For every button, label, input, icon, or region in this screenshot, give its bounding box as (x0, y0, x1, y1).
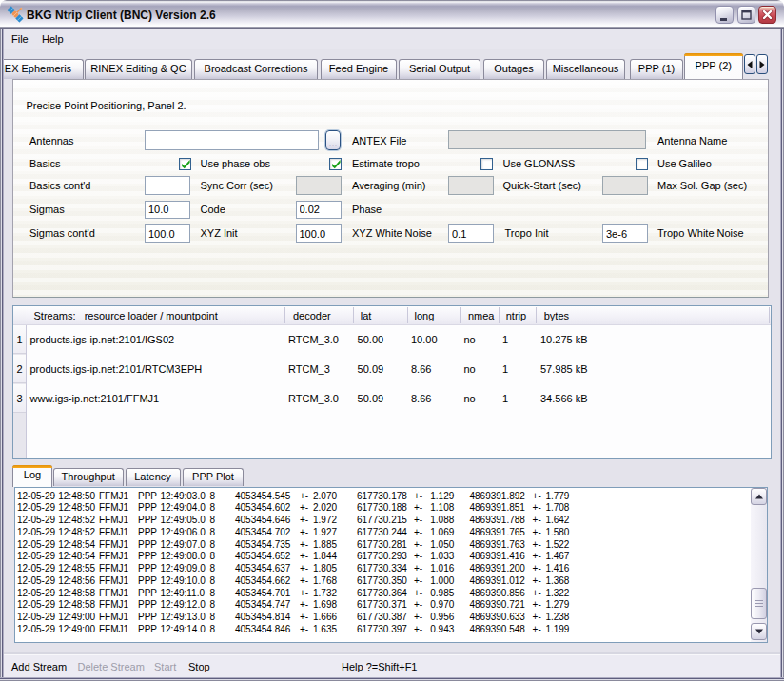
log-token: 4869390.548 (470, 623, 525, 635)
log-token: FFMJ1 (99, 538, 128, 551)
stream-cell: no (464, 334, 476, 346)
log-token: 8 (210, 538, 216, 551)
tab-ppp-plot[interactable]: PPP Plot (183, 468, 244, 486)
menu-file[interactable]: File (11, 32, 29, 47)
sigma-phase-input[interactable] (296, 201, 342, 220)
log-token: +- (414, 562, 422, 574)
log-token: 1.642 (545, 514, 569, 526)
column-header[interactable]: nmea (468, 310, 495, 322)
menu-bar: File Help (4, 29, 780, 49)
antennas-browse-button[interactable]: ... (325, 130, 341, 150)
tab-broadcast-corrections[interactable]: Broadcast Corrections (194, 59, 318, 79)
antennas-input[interactable] (145, 130, 319, 150)
tropo-white-noise-label: Tropo White Noise (657, 227, 744, 240)
tab-miscellaneous[interactable]: Miscellaneous (546, 59, 625, 79)
xyz-white-noise-input[interactable] (296, 224, 342, 243)
log-token: 2.070 (313, 490, 337, 502)
stream-row[interactable]: products.igs-ip.net:2101/IGS02RTCM_3.050… (13, 325, 771, 355)
log-token: 8 (210, 611, 216, 623)
column-header[interactable]: long (415, 310, 435, 322)
streams-table-header[interactable]: Streams: resource loader / mountpointdec… (13, 306, 771, 325)
tab-rinex-editing-qc[interactable]: RINEX Editing & QC (85, 59, 192, 79)
minimize-button[interactable] (715, 6, 734, 24)
log-token: 12-05-29 (17, 490, 55, 502)
tab-latency[interactable]: Latency (126, 468, 181, 486)
log-token: 12-05-29 (17, 550, 55, 562)
sync-corr-input[interactable] (145, 176, 190, 195)
sigma-code-input[interactable] (145, 201, 190, 220)
help-shift-f1-button[interactable]: Help ?=Shift+F1 (342, 661, 418, 673)
log-token: +- (300, 562, 308, 574)
column-separator (769, 307, 770, 323)
log-token: 4869390.633 (470, 611, 525, 623)
column-header[interactable]: Streams: resource loader / mountpoint (34, 310, 218, 322)
log-token: 12-05-29 (17, 538, 55, 551)
log-line: 12-05-2912:48:54FFMJ1PPP12:49:07.0840534… (15, 538, 767, 551)
use-glonass-checkbox[interactable] (480, 158, 493, 170)
log-token: +- (414, 501, 422, 514)
log-token: 12:49:07.0 (161, 538, 206, 551)
max-sol-gap-input[interactable] (602, 176, 648, 195)
stream-cell: 34.566 kB (540, 393, 588, 405)
close-button[interactable] (758, 6, 776, 24)
log-output[interactable]: 12-05-2912:48:50FFMJ1PPP12:49:03.0840534… (14, 487, 768, 643)
tab-outages[interactable]: Outages (483, 59, 544, 79)
maximize-button[interactable] (737, 6, 755, 24)
use-phase-obs-checkbox[interactable] (179, 158, 191, 170)
xyz-init-input[interactable] (145, 224, 190, 243)
tropo-white-noise-input[interactable] (602, 224, 648, 243)
log-token: FFMJ1 (99, 514, 128, 526)
log-token: 8 (210, 501, 216, 514)
log-token: +- (533, 550, 541, 562)
log-token: PPP (138, 490, 157, 502)
tab-ppp-1[interactable]: PPP (1) (630, 59, 683, 79)
log-token: PPP (138, 501, 157, 514)
log-token: 617730.334 (357, 562, 407, 574)
column-header[interactable]: decoder (293, 310, 331, 322)
tab-ppp-2[interactable]: PPP (2) (684, 53, 744, 79)
tab-throughput[interactable]: Throughput (53, 468, 124, 486)
column-header[interactable]: lat (361, 310, 372, 322)
column-header[interactable]: ntrip (506, 310, 526, 322)
stream-cell: 50.09 (358, 393, 384, 405)
stop-button[interactable]: Stop (188, 661, 210, 673)
stream-cell: 50.00 (358, 334, 384, 346)
tropo-init-input[interactable] (448, 224, 494, 243)
sigmas-contd-label: Sigmas cont'd (29, 227, 95, 240)
stream-cell: 57.985 kB (540, 363, 588, 376)
log-token: +- (414, 574, 422, 587)
tab-rinex-ephemeris[interactable]: RINEX Ephemeris (4, 59, 84, 79)
tab-scroll-right-button[interactable] (756, 54, 768, 74)
use-glonass-label: Use GLONASS (503, 158, 576, 170)
log-token: 12-05-29 (17, 501, 55, 514)
check-icon (330, 158, 343, 170)
stream-row[interactable]: www.igs-ip.net:2101/FFMJ1RTCM_3.050.098.… (13, 384, 771, 414)
tab-serial-output[interactable]: Serial Output (399, 59, 480, 79)
log-token: 4053454.735 (235, 538, 290, 551)
log-token: +- (300, 526, 308, 538)
log-token: +- (533, 501, 541, 514)
stream-cell: 50.09 (358, 363, 384, 376)
menu-help[interactable]: Help (42, 32, 64, 47)
column-header[interactable]: bytes (544, 310, 569, 322)
log-token: PPP (138, 514, 157, 526)
tab-scroll-left-button[interactable] (744, 54, 755, 74)
log-token: +- (300, 611, 308, 623)
log-token: +- (533, 623, 541, 635)
averaging-input[interactable] (296, 176, 342, 195)
tab-log[interactable]: Log (12, 465, 52, 487)
use-galileo-checkbox[interactable] (636, 158, 648, 170)
add-stream-button[interactable]: Add Stream (11, 661, 67, 673)
tab-feed-engine[interactable]: Feed Engine (321, 59, 397, 79)
stream-row[interactable]: products.igs-ip.net:2101/RTCM3EPHRTCM_35… (13, 355, 771, 384)
title-bar[interactable]: BKG Ntrip Client (BNC) Version 2.6 (0, 0, 784, 29)
stream-cell: 10.00 (411, 334, 438, 346)
log-token: 0.956 (430, 611, 454, 623)
log-token: 0.943 (430, 623, 454, 635)
log-token: PPP (138, 538, 157, 551)
log-token: +- (533, 490, 541, 502)
antex-file-input[interactable] (448, 130, 646, 149)
estimate-tropo-checkbox[interactable] (329, 158, 342, 170)
quick-start-input[interactable] (448, 176, 494, 195)
log-token: 1.666 (313, 611, 337, 623)
